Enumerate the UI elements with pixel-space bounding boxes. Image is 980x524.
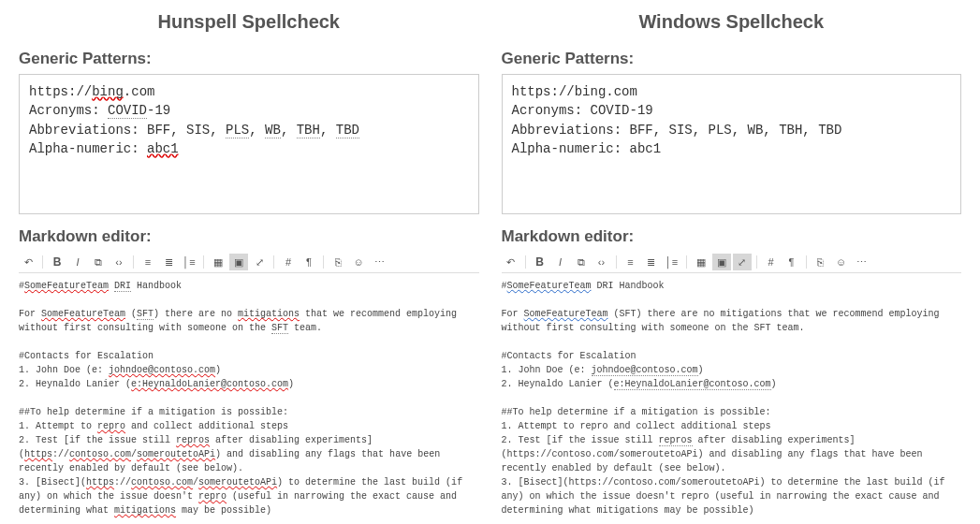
grammar-hint: SFT bbox=[137, 309, 154, 320]
text: Abbreviations: BFF, SIS, bbox=[29, 123, 226, 138]
separator bbox=[756, 255, 757, 269]
spell-error: SomeFeatureTeam bbox=[24, 281, 109, 291]
spell-error: repros bbox=[176, 435, 210, 445]
copy-button[interactable]: ⎘ bbox=[812, 254, 830, 270]
table-button[interactable]: ▦ bbox=[209, 254, 227, 270]
unordered-list-button[interactable]: ≣ bbox=[642, 254, 661, 270]
comparison-columns: Hunspell Spellcheck Generic Patterns: ht… bbox=[19, 9, 961, 524]
ordered-list-button[interactable]: ≡ bbox=[622, 254, 640, 270]
markdown-editor-heading: Markdown editor: bbox=[19, 227, 479, 246]
grammar-hint: TBH bbox=[297, 123, 320, 138]
markdown-editor-heading: Markdown editor: bbox=[502, 227, 962, 246]
windows-column: Windows Spellcheck Generic Patterns: htt… bbox=[502, 9, 962, 524]
more-button[interactable]: ⋯ bbox=[370, 254, 388, 270]
t: :// bbox=[114, 477, 131, 488]
t: 1. Attempt to repro and collect addition… bbox=[502, 421, 771, 431]
t: 1. John Doe (e: bbox=[502, 365, 592, 375]
image-button[interactable]: ▣ bbox=[229, 254, 248, 270]
code-button[interactable]: ‹› bbox=[592, 254, 611, 270]
more-button[interactable]: ⋯ bbox=[853, 254, 871, 270]
markdown-editor-textarea[interactable]: #SomeFeatureTeam DRI Handbook For SomeFe… bbox=[502, 279, 962, 524]
spell-error: SomeFeatureTeam bbox=[41, 309, 125, 319]
table-button[interactable]: ▦ bbox=[692, 254, 710, 270]
italic-button[interactable]: I bbox=[68, 254, 87, 270]
hash-button[interactable]: # bbox=[279, 254, 298, 270]
t: ) there are no bbox=[154, 309, 238, 319]
code-button[interactable]: ‹› bbox=[110, 254, 128, 270]
t: ) bbox=[215, 365, 221, 375]
t: :// bbox=[52, 449, 69, 459]
t: DRI Handbook bbox=[592, 281, 665, 291]
editor-toolbar: ↶ B I ⧉ ‹› ≡ ≣ │≡ ▦ ▣ ⤢ # ¶ ⎘ ☺ ⋯ bbox=[19, 252, 479, 273]
italic-button[interactable]: I bbox=[551, 254, 570, 270]
grammar-hint: PLS bbox=[226, 123, 249, 138]
markdown-editor-textarea[interactable]: #SomeFeatureTeam DRI Handbook For SomeFe… bbox=[19, 279, 479, 524]
t: and collect additional steps bbox=[125, 421, 288, 431]
spell-error: someroutetoAPi bbox=[198, 477, 277, 488]
text: , bbox=[320, 123, 336, 138]
t: For bbox=[502, 309, 524, 319]
spell-error: https bbox=[24, 449, 52, 459]
quote-button[interactable]: │≡ bbox=[180, 254, 198, 270]
separator bbox=[616, 255, 617, 269]
generic-patterns-heading: Generic Patterns: bbox=[19, 50, 479, 68]
quote-button[interactable]: │≡ bbox=[663, 254, 681, 270]
grammar-hint: COVID bbox=[108, 103, 147, 119]
undo-button[interactable]: ↶ bbox=[502, 254, 520, 270]
grammar-hint: SomeFeatureTeam bbox=[524, 309, 608, 319]
t: 3. [Bisect](https://contoso.com/somerout… bbox=[502, 477, 951, 516]
copy-button[interactable]: ⎘ bbox=[329, 254, 347, 270]
spell-error: contoso.com bbox=[131, 477, 193, 488]
grammar-hint: e:HeynaldoLanier@contoso.com bbox=[614, 379, 771, 390]
bold-button[interactable]: B bbox=[48, 254, 66, 270]
generic-patterns-heading: Generic Patterns: bbox=[502, 50, 962, 68]
grammar-hint: TBD bbox=[336, 123, 359, 138]
text: https://bing.com bbox=[512, 84, 637, 99]
grammar-hint: DRI bbox=[114, 281, 131, 292]
link-button[interactable]: ⧉ bbox=[572, 254, 591, 270]
t: ##To help determine if a mitigation is p… bbox=[19, 407, 288, 417]
t: Handbook bbox=[131, 281, 182, 291]
emoji-button[interactable]: ☺ bbox=[349, 254, 368, 270]
separator bbox=[323, 255, 324, 269]
link-button[interactable]: ⧉ bbox=[89, 254, 108, 270]
spell-error: contoso.com bbox=[69, 449, 131, 459]
hash-button[interactable]: # bbox=[762, 254, 781, 270]
separator bbox=[686, 255, 687, 269]
t: 2. Test [if the issue still bbox=[502, 435, 659, 445]
spell-error: mitigations bbox=[114, 505, 176, 516]
grammar-hint: WB bbox=[265, 123, 281, 138]
text: .com bbox=[124, 84, 155, 99]
t: #Contacts for Escalation bbox=[19, 351, 154, 361]
emoji-button[interactable]: ☺ bbox=[832, 254, 851, 270]
t: #Contacts for Escalation bbox=[502, 351, 636, 361]
spell-error: e:HeynaldoLanier@contoso.com bbox=[131, 379, 288, 389]
unordered-list-button[interactable]: ≣ bbox=[159, 254, 178, 270]
t: 2. Heynaldo Lanier ( bbox=[19, 379, 131, 389]
text: Acronyms: bbox=[29, 103, 108, 118]
spell-error: abc1 bbox=[147, 141, 179, 156]
image-button[interactable]: ▣ bbox=[712, 254, 731, 270]
grammar-hint: SomeFeatureTeam bbox=[507, 281, 592, 291]
text: Acronyms: COVID-19 bbox=[512, 103, 653, 118]
editor-toolbar: ↶ B I ⧉ ‹› ≡ ≣ │≡ ▦ ▣ ⤢ # ¶ ⎘ ☺ ⋯ bbox=[502, 252, 962, 273]
t: team. bbox=[288, 323, 322, 333]
generic-patterns-textbox[interactable]: https://bing.com Acronyms: COVID-19 Abbr… bbox=[19, 74, 479, 214]
undo-button[interactable]: ↶ bbox=[19, 254, 37, 270]
expand-button[interactable]: ⤢ bbox=[250, 254, 269, 270]
t: ##To help determine if a mitigation is p… bbox=[502, 407, 771, 417]
hunspell-column: Hunspell Spellcheck Generic Patterns: ht… bbox=[19, 9, 479, 524]
spell-error: someroutetoAPi bbox=[137, 449, 215, 459]
generic-patterns-textbox[interactable]: https://bing.com Acronyms: COVID-19 Abbr… bbox=[502, 74, 962, 214]
spell-error: repro bbox=[198, 491, 227, 502]
attach-button[interactable]: ¶ bbox=[300, 254, 318, 270]
ordered-list-button[interactable]: ≡ bbox=[139, 254, 157, 270]
expand-button[interactable]: ⤢ bbox=[733, 254, 752, 270]
separator bbox=[806, 255, 807, 269]
t: 1. John Doe (e: bbox=[19, 365, 109, 375]
spell-error: https bbox=[86, 477, 114, 488]
grammar-hint: johndoe@contoso.com bbox=[592, 365, 698, 376]
bold-button[interactable]: B bbox=[531, 254, 549, 270]
spell-error: johndoe@contoso.com bbox=[109, 365, 215, 375]
attach-button[interactable]: ¶ bbox=[783, 254, 801, 270]
